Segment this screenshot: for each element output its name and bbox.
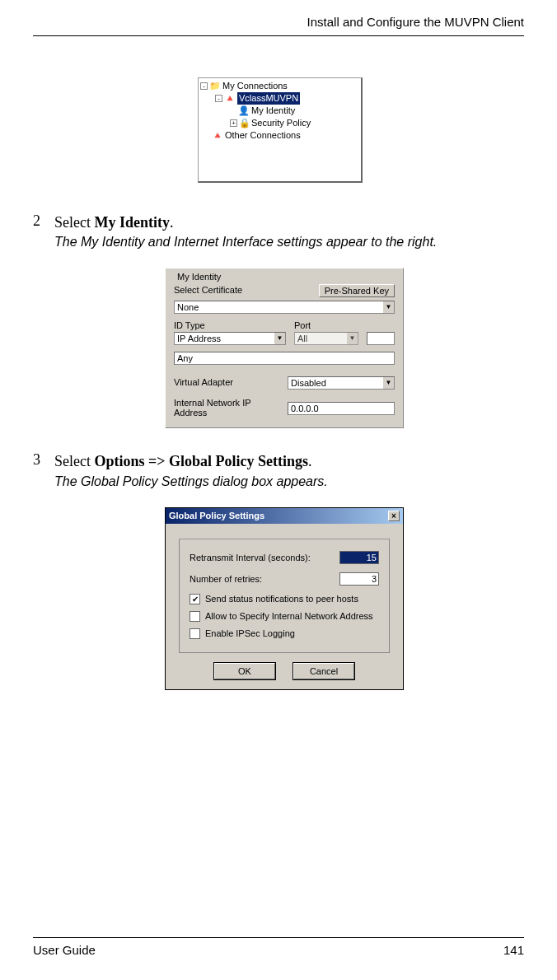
my-identity-panel: My Identity Select Certificate Pre-Share… xyxy=(165,268,404,428)
cb-ipsec-label: Enable IPSec Logging xyxy=(205,628,295,638)
page-footer: User Guide 141 xyxy=(33,937,524,957)
tree-identity-label: My Identity xyxy=(251,105,295,117)
internal-ip-label: Internal Network IP Address xyxy=(174,398,279,418)
id-type-select[interactable]: IP Address ▼ xyxy=(174,332,286,345)
port-number-input[interactable] xyxy=(367,332,395,345)
cb-status-label: Send status notifications to peer hosts xyxy=(205,594,358,604)
step-number: 2 xyxy=(33,212,54,263)
dialog-group: Retransmit Interval (seconds): 15 Number… xyxy=(179,539,390,653)
tree-selected-label: VclassMUVPN xyxy=(237,92,300,105)
connection-icon: 🔺 xyxy=(212,129,223,142)
dropdown-arrow-icon: ▼ xyxy=(382,377,394,389)
dialog-title: Global Policy Settings xyxy=(169,511,264,520)
text: Select xyxy=(54,214,94,231)
dialog-titlebar: Global Policy Settings × xyxy=(166,508,403,524)
text: Select xyxy=(54,453,94,469)
port-label: Port xyxy=(294,320,358,330)
cb-allow-label: Allow to Specify Internal Network Addres… xyxy=(205,611,373,621)
chapter-title: Install and Configure the MUVPN Client xyxy=(307,15,524,29)
retransmit-input[interactable]: 15 xyxy=(339,551,379,564)
tree-security-label: Security Policy xyxy=(251,117,311,129)
collapse-icon[interactable]: - xyxy=(200,82,208,90)
cancel-button[interactable]: Cancel xyxy=(293,663,354,679)
close-icon[interactable]: × xyxy=(388,511,400,521)
panel-legend: My Identity xyxy=(177,272,395,282)
any-input[interactable] xyxy=(174,352,395,365)
step-instruction: Select Options => Global Policy Settings… xyxy=(54,451,524,471)
tree-item-identity[interactable]: 👤 My Identity xyxy=(200,105,359,117)
retransmit-label: Retransmit Interval (seconds): xyxy=(190,553,311,562)
checkbox-icon[interactable]: ✔ xyxy=(190,594,200,604)
arrow-text: => xyxy=(145,453,170,469)
pre-shared-key-button[interactable]: Pre-Shared Key xyxy=(319,284,395,297)
virtual-adapter-select[interactable]: Disabled ▼ xyxy=(288,376,395,390)
bold-text: My Identity xyxy=(94,214,170,231)
tree-root-label: My Connections xyxy=(222,80,288,92)
tree-item-selected[interactable]: - 🔺 VclassMUVPN xyxy=(200,92,359,105)
step-number: 3 xyxy=(33,451,54,502)
id-type-value: IP Address xyxy=(175,333,274,344)
lock-icon: 🔒 xyxy=(239,117,250,129)
dropdown-arrow-icon: ▼ xyxy=(274,333,285,344)
certificate-value: None xyxy=(175,301,382,313)
connections-tree: - 📁 My Connections - 🔺 VclassMUVPN 👤 My … xyxy=(198,77,363,183)
certificate-select[interactable]: None ▼ xyxy=(174,301,395,314)
connection-icon: 🔺 xyxy=(224,92,236,105)
checkbox-icon[interactable] xyxy=(190,611,200,622)
text: . xyxy=(308,453,312,469)
virtual-adapter-label: Virtual Adapter xyxy=(174,377,279,387)
select-cert-label: Select Certificate xyxy=(174,285,242,295)
step-instruction: Select My Identity. xyxy=(54,212,524,232)
ok-button[interactable]: OK xyxy=(214,663,275,679)
step-2: 2 Select My Identity. The My Identity an… xyxy=(33,212,524,263)
text: . xyxy=(170,214,174,231)
page-header: Install and Configure the MUVPN Client xyxy=(33,0,524,36)
bold-text: Global Policy Settings xyxy=(169,453,308,469)
dropdown-arrow-icon: ▼ xyxy=(346,333,358,344)
tree-item-security[interactable]: + 🔒 Security Policy xyxy=(200,117,359,129)
footer-left: User Guide xyxy=(33,943,96,957)
folder-icon: 📁 xyxy=(209,80,221,92)
checkbox-row[interactable]: Enable IPSec Logging xyxy=(190,628,379,639)
dropdown-arrow-icon: ▼ xyxy=(382,301,394,313)
checkbox-row[interactable]: Allow to Specify Internal Network Addres… xyxy=(190,611,379,622)
collapse-icon[interactable]: - xyxy=(215,95,222,102)
tree-other-label: Other Connections xyxy=(225,129,301,142)
step-3: 3 Select Options => Global Policy Settin… xyxy=(33,451,524,502)
tree-item-other[interactable]: 🔺 Other Connections xyxy=(200,129,359,142)
checkbox-row[interactable]: ✔ Send status notifications to peer host… xyxy=(190,594,379,604)
step-result: The My Identity and Internet Interface s… xyxy=(54,235,524,250)
retries-label: Number of retries: xyxy=(190,574,262,584)
page-number: 141 xyxy=(503,943,524,957)
expand-icon[interactable]: + xyxy=(230,119,237,127)
internal-ip-input[interactable] xyxy=(288,402,395,415)
bold-text: Options xyxy=(94,453,144,469)
virtual-adapter-value: Disabled xyxy=(288,377,382,389)
checkbox-icon[interactable] xyxy=(190,628,200,639)
id-type-label: ID Type xyxy=(174,320,286,330)
identity-icon: 👤 xyxy=(238,105,250,117)
tree-root[interactable]: - 📁 My Connections xyxy=(200,80,359,92)
port-select: All ▼ xyxy=(294,332,358,345)
global-policy-dialog: Global Policy Settings × Retransmit Inte… xyxy=(165,507,404,690)
retries-input[interactable]: 3 xyxy=(339,572,379,586)
step-result: The Global Policy Settings dialog box ap… xyxy=(54,474,524,489)
port-value: All xyxy=(295,333,346,344)
